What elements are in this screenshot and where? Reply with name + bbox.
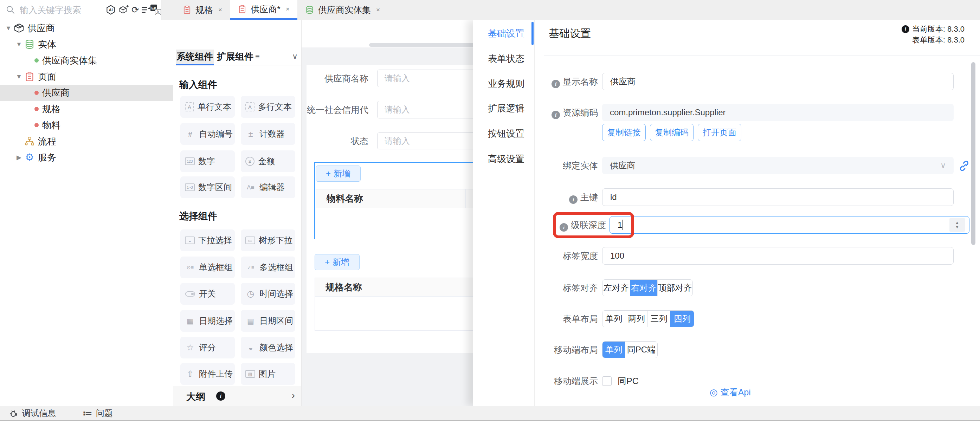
checkbox-label: 同PC — [617, 376, 639, 386]
palette-item-rich-editor[interactable]: A≡编辑器 — [241, 176, 295, 198]
status-bar: 调试信息 ≔ 问题 — [0, 406, 980, 421]
settings-scrollbar[interactable] — [971, 62, 975, 245]
label-width-input[interactable] — [602, 247, 954, 265]
palette-item-number[interactable]: 123数字 — [180, 150, 235, 172]
display-name-input[interactable] — [602, 73, 954, 90]
two-column-option[interactable]: 两列 — [625, 311, 648, 327]
palette-tab-extension[interactable]: 扩展组件 — [217, 49, 253, 64]
outline-expand-chevron-icon[interactable]: › — [292, 390, 295, 401]
palette-item-file-upload[interactable]: ⇧附件上传 — [180, 363, 235, 385]
palette-item-multi-line-text[interactable]: A多行文本 — [241, 96, 295, 118]
align-right-option[interactable]: 右对齐 — [630, 280, 657, 296]
primary-key-input[interactable] — [602, 188, 954, 206]
bind-entity-label: 绑定实体 — [535, 157, 598, 174]
current-version-text: 当前版本: 8.3.0 — [912, 24, 964, 35]
palette-item-rating[interactable]: ☆评分 — [180, 337, 235, 359]
debug-info-button[interactable]: 调试信息 — [9, 406, 56, 420]
palette-item-date-picker[interactable]: ▦日期选择 — [180, 310, 235, 332]
palette-item-counter[interactable]: ±计数器 — [241, 123, 295, 145]
nav-basic-settings[interactable]: 基础设置 — [488, 28, 525, 39]
tree-node-supplier-entity-set[interactable]: 供应商实体集 — [0, 52, 173, 68]
info-icon[interactable]: i — [569, 195, 578, 204]
tree-node-material-page[interactable]: 物料 — [0, 117, 173, 133]
nav-advanced-settings[interactable]: 高级设置 — [488, 153, 525, 164]
palette-menu-icon[interactable]: ≡ — [255, 52, 260, 61]
translate-icon[interactable]: En 文 — [150, 5, 161, 15]
tab-supplier-active[interactable]: 供应商* × — [230, 0, 298, 20]
tab-close-icon[interactable]: × — [218, 6, 222, 14]
palette-item-tree-dropdown[interactable]: ≔树形下拉 — [241, 229, 295, 251]
copy-code-button[interactable]: 复制编码 — [650, 124, 694, 141]
refresh-icon[interactable]: ⟳ — [130, 5, 141, 15]
palette-item-select-dropdown[interactable]: ⌄下拉选择 — [180, 229, 235, 251]
caret-down-icon[interactable]: ▼ — [15, 41, 23, 48]
four-column-option[interactable]: 四列 — [670, 311, 694, 327]
view-api-link[interactable]: ◎ 查看Api — [710, 386, 751, 398]
palette-item-time-picker[interactable]: ◷时间选择 — [241, 283, 295, 305]
three-column-option[interactable]: 三列 — [648, 311, 670, 327]
align-top-option[interactable]: 顶部对齐 — [657, 280, 692, 296]
tab-close-icon[interactable]: × — [376, 6, 380, 14]
palette-item-switch[interactable]: 开关 — [180, 283, 235, 305]
palette-item-color-picker[interactable]: ◒颜色选择 — [241, 337, 295, 359]
tab-supplier-entity-set[interactable]: 供应商实体集 × — [298, 0, 388, 20]
issues-button[interactable]: ≔ 问题 — [83, 406, 113, 420]
palette-item-checkbox-group[interactable]: ✓≡多选框组 — [241, 257, 295, 278]
tab-label: 供应商实体集 — [318, 4, 371, 16]
bind-entity-value: 供应商 — [610, 160, 635, 170]
ai-assistant-icon[interactable]: AI — [105, 5, 116, 15]
palette-item-number-range[interactable]: 1~3数字区间 — [180, 176, 235, 198]
add-module-icon[interactable] — [118, 5, 129, 15]
tree-node-supplier-page-selected[interactable]: 供应商 — [0, 85, 173, 101]
outline-info-icon[interactable]: i — [216, 391, 225, 400]
outline-bar[interactable]: 大纲 i › — [173, 386, 301, 406]
info-icon[interactable]: i — [552, 80, 560, 88]
palette-item-date-range[interactable]: ▤日期区间 — [241, 310, 295, 332]
add-row-button[interactable]: + 新增 — [315, 254, 360, 270]
mobile-same-as-pc-option[interactable]: 同PC端 — [625, 342, 657, 358]
cascade-depth-input[interactable]: 1 ▲▼ — [609, 216, 969, 234]
tree-node-supplier-root[interactable]: ▼ 供应商 — [0, 20, 173, 36]
same-as-pc-checkbox[interactable] — [602, 377, 612, 386]
tab-spec[interactable]: 规格 × — [175, 0, 230, 20]
palette-item-currency[interactable]: ¥金额 — [241, 150, 295, 172]
caret-down-icon[interactable]: ▼ — [4, 25, 13, 32]
palette-tab-system[interactable]: 系统组件 — [176, 49, 214, 65]
tree-node-label: 实体 — [38, 38, 56, 51]
one-column-option[interactable]: 单列 — [603, 311, 625, 327]
copy-link-button[interactable]: 复制链接 — [602, 124, 646, 141]
tree-node-entity[interactable]: ▼ 实体 — [0, 36, 173, 52]
tree-node-process[interactable]: 流程 — [0, 133, 173, 149]
tree-node-spec-page[interactable]: 规格 — [0, 101, 173, 117]
caret-down-icon[interactable]: ▼ — [15, 73, 23, 81]
mobile-one-column-option[interactable]: 单列 — [603, 342, 625, 358]
palette-collapse-chevron-icon[interactable]: ∨ — [292, 52, 298, 61]
number-stepper[interactable]: ▲▼ — [950, 218, 965, 232]
info-icon[interactable]: i — [552, 111, 560, 119]
entity-link-icon[interactable] — [959, 160, 970, 172]
nav-business-rules[interactable]: 业务规则 — [488, 78, 525, 89]
search-input[interactable] — [20, 0, 100, 20]
stepper-down-icon: ▼ — [955, 225, 959, 229]
bind-entity-select[interactable]: 供应商 ∨ — [602, 157, 954, 174]
nav-button-settings[interactable]: 按钮设置 — [488, 128, 525, 139]
palette-item-label: 多选框组 — [259, 262, 293, 273]
palette-item-single-line-text[interactable]: A单行文本 — [180, 96, 235, 118]
palette-item-image[interactable]: ▧图片 — [241, 363, 295, 385]
open-page-button[interactable]: 打开页面 — [698, 124, 741, 141]
cascade-depth-label: i级联深度 — [535, 216, 606, 234]
number-icon: 123 — [185, 157, 195, 165]
package-icon — [13, 22, 25, 34]
add-row-button[interactable]: + 新增 — [316, 165, 361, 182]
nav-form-state[interactable]: 表单状态 — [488, 53, 525, 64]
tree-node-pages[interactable]: ▼ 页面 — [0, 68, 173, 85]
caret-right-icon[interactable]: ▶ — [15, 154, 23, 161]
palette-item-radio-group[interactable]: ⊙≡单选框组 — [180, 257, 235, 278]
align-left-option[interactable]: 左对齐 — [603, 280, 630, 296]
tab-close-icon[interactable]: × — [286, 5, 290, 13]
tree-node-service[interactable]: ▶ ⚙ 服务 — [0, 149, 173, 165]
sort-list-icon[interactable] — [141, 5, 151, 15]
palette-item-auto-number[interactable]: #自动编号 — [180, 123, 235, 145]
info-icon[interactable]: i — [560, 223, 568, 232]
nav-extension-logic[interactable]: 扩展逻辑 — [488, 103, 525, 114]
